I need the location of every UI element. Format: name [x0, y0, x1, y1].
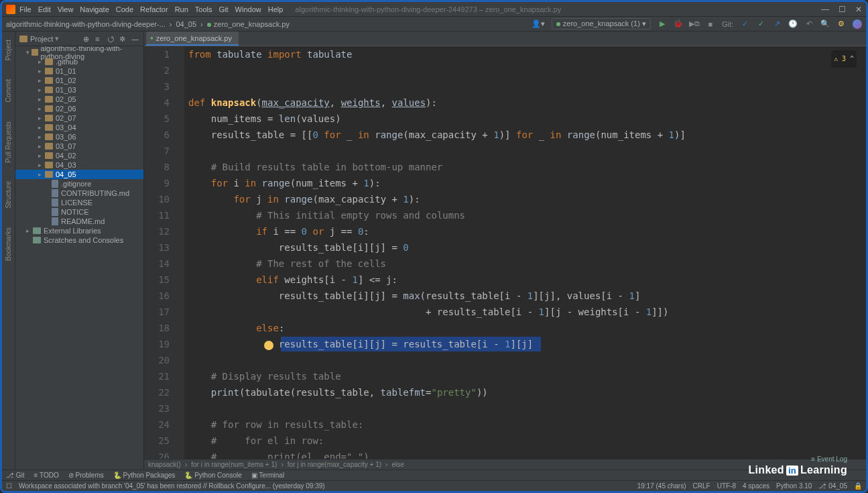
- menu-refactor[interactable]: Refactor: [140, 5, 168, 13]
- line-gutter: 1234567891011121314151617181920212223242…: [144, 46, 176, 459]
- tree-item[interactable]: ▸03_06: [15, 132, 143, 142]
- tool-strip-project[interactable]: Project: [5, 40, 12, 60]
- menu-view[interactable]: View: [58, 5, 74, 13]
- tab-label: zero_one_knapsack.py: [156, 34, 232, 42]
- tree-item[interactable]: ▸04_03: [15, 160, 143, 170]
- interpreter-info[interactable]: Python 3.10: [776, 482, 812, 490]
- menu-file[interactable]: File: [19, 5, 32, 13]
- git-update-icon[interactable]: ✓: [740, 19, 749, 29]
- menu-code[interactable]: Code: [116, 5, 133, 13]
- tool-strip-pull-requests[interactable]: Pull Requests: [5, 121, 12, 163]
- tree-item[interactable]: ▸External Libraries: [15, 226, 143, 235]
- expand-all-icon[interactable]: ≡: [95, 35, 103, 43]
- tree-item[interactable]: CONTRIBUTING.md: [15, 188, 143, 198]
- gear-icon[interactable]: ✲: [119, 35, 127, 43]
- tool-strip-commit[interactable]: Commit: [5, 79, 12, 102]
- editor-tabs: ● zero_one_knapsack.py: [144, 32, 866, 46]
- breadcrumb-file[interactable]: zero_one_knapsack.py: [207, 20, 290, 28]
- packages-tool-button[interactable]: 🐍 Python Packages: [113, 472, 176, 479]
- editor-area: ● zero_one_knapsack.py 12345678910111213…: [144, 32, 866, 470]
- git-label: Git:: [722, 20, 733, 28]
- fold-column[interactable]: [176, 46, 184, 459]
- tree-item[interactable]: ▸04_05: [15, 170, 143, 179]
- menu-git[interactable]: Git: [219, 5, 229, 13]
- menu-window[interactable]: Window: [235, 5, 261, 13]
- console-tool-button[interactable]: 🐍 Python Console: [184, 472, 241, 479]
- tree-item[interactable]: ▸02_07: [15, 113, 143, 123]
- status-message: Workspace associated with branch '04_05'…: [19, 482, 325, 490]
- settings-icon[interactable]: ⚙: [836, 19, 846, 29]
- tree-item[interactable]: NOTICE: [15, 207, 143, 217]
- tree-item[interactable]: .gitignore: [15, 179, 143, 188]
- caret-position[interactable]: 19:17 (45 chars): [637, 482, 686, 490]
- search-icon[interactable]: 🔍: [820, 19, 830, 29]
- git-history-icon[interactable]: 🕐: [788, 19, 798, 29]
- main-area: ProjectCommitPull RequestsStructureBookm…: [2, 32, 866, 470]
- undo-icon[interactable]: ↶: [804, 19, 814, 29]
- avatar-icon[interactable]: [853, 19, 862, 29]
- select-opened-icon[interactable]: ⊕: [83, 35, 91, 43]
- tree-item[interactable]: LICENSE: [15, 198, 143, 207]
- close-icon[interactable]: ✕: [855, 5, 862, 14]
- project-panel-title[interactable]: Project: [30, 35, 53, 43]
- navigation-bar: algorithmic-thinking-with-python-diving-…: [2, 17, 866, 32]
- file-encoding[interactable]: UTF-8: [717, 482, 736, 490]
- tree-item[interactable]: ▸02_05: [15, 95, 143, 104]
- inspections-widget[interactable]: ⚠ 3 ^: [831, 50, 857, 68]
- problems-tool-button[interactable]: ⊘ Problems: [68, 472, 104, 479]
- run-icon[interactable]: ▶: [658, 19, 667, 29]
- debug-icon[interactable]: 🐞: [674, 19, 683, 29]
- tree-item[interactable]: ▸01_01: [15, 66, 143, 76]
- window-controls: — ☐ ✕: [821, 5, 862, 14]
- users-icon[interactable]: 👤▾: [532, 19, 545, 28]
- project-panel: Project ▾ ⊕ ≡ ⭯ ✲ — ▾algorithmic-thinkin…: [15, 32, 144, 470]
- tree-item[interactable]: ▸02_06: [15, 104, 143, 113]
- minimize-icon[interactable]: —: [821, 5, 829, 14]
- app-icon: [6, 5, 15, 14]
- menu-navigate[interactable]: Navigate: [80, 5, 109, 13]
- maximize-icon[interactable]: ☐: [839, 5, 846, 14]
- project-tree[interactable]: ▾algorithmic-thinking-with-python-diving…: [15, 46, 143, 246]
- code-editor[interactable]: 1234567891011121314151617181920212223242…: [144, 46, 866, 459]
- editor-breadcrumb-item[interactable]: for i in range(num_items + 1): [191, 461, 277, 468]
- collapse-all-icon[interactable]: ⭯: [107, 35, 115, 43]
- todo-tool-button[interactable]: ≡ TODO: [34, 472, 59, 479]
- tree-item[interactable]: Scratches and Consoles: [15, 235, 143, 245]
- editor-tab[interactable]: ● zero_one_knapsack.py: [146, 32, 239, 46]
- editor-breadcrumb-item[interactable]: knapsack(): [148, 461, 181, 468]
- hide-panel-icon[interactable]: —: [131, 35, 139, 43]
- titlebar: FileEditViewNavigateCodeRefactorRunTools…: [2, 2, 866, 17]
- lock-icon[interactable]: 🔒: [854, 482, 862, 490]
- tree-item[interactable]: ▸03_07: [15, 142, 143, 151]
- tree-item[interactable]: ▸04_02: [15, 151, 143, 160]
- terminal-tool-button[interactable]: ▣ Terminal: [251, 472, 284, 479]
- git-branch[interactable]: ⎇ 04_05: [818, 482, 847, 490]
- tool-strip-structure[interactable]: Structure: [5, 181, 12, 209]
- code-content[interactable]: from tabulate import tabulatedef knapsac…: [184, 46, 866, 459]
- tool-strip-bookmarks[interactable]: Bookmarks: [5, 227, 12, 261]
- git-commit-icon[interactable]: ✓: [756, 19, 765, 29]
- chevron-down-icon[interactable]: ▾: [55, 34, 59, 43]
- tree-item[interactable]: README.md: [15, 217, 143, 226]
- stop-icon[interactable]: ■: [706, 19, 715, 29]
- git-push-icon[interactable]: ↗: [772, 19, 782, 29]
- menu-tools[interactable]: Tools: [195, 5, 212, 13]
- event-log-button[interactable]: ≡ Event Log: [811, 455, 847, 463]
- menu-edit[interactable]: Edit: [38, 5, 51, 13]
- tool-windows-icon[interactable]: ☐: [6, 482, 12, 490]
- git-tool-button[interactable]: ⎇ Git: [6, 472, 25, 479]
- editor-breadcrumb-item[interactable]: else: [391, 461, 404, 468]
- breadcrumb-item[interactable]: algorithmic-thinking-with-python-diving-…: [6, 20, 166, 28]
- tree-item[interactable]: ▸01_02: [15, 76, 143, 85]
- run-config-dropdown[interactable]: zero_one_knapsack (1) ▾: [552, 18, 651, 30]
- line-separator[interactable]: CRLF: [693, 482, 710, 490]
- menu-run[interactable]: Run: [175, 5, 188, 13]
- editor-breadcrumb-item[interactable]: for j in range(max_capacity + 1): [288, 461, 381, 468]
- tree-item[interactable]: ▸03_04: [15, 123, 143, 132]
- indent-info[interactable]: 4 spaces: [743, 482, 769, 490]
- tree-item[interactable]: ▸01_03: [15, 85, 143, 95]
- coverage-icon[interactable]: ▶⧉: [690, 19, 699, 29]
- tree-item[interactable]: ▾algorithmic-thinking-with-python-diving: [15, 48, 143, 57]
- breadcrumb-item[interactable]: 04_05: [176, 20, 197, 28]
- menu-help[interactable]: Help: [268, 5, 284, 13]
